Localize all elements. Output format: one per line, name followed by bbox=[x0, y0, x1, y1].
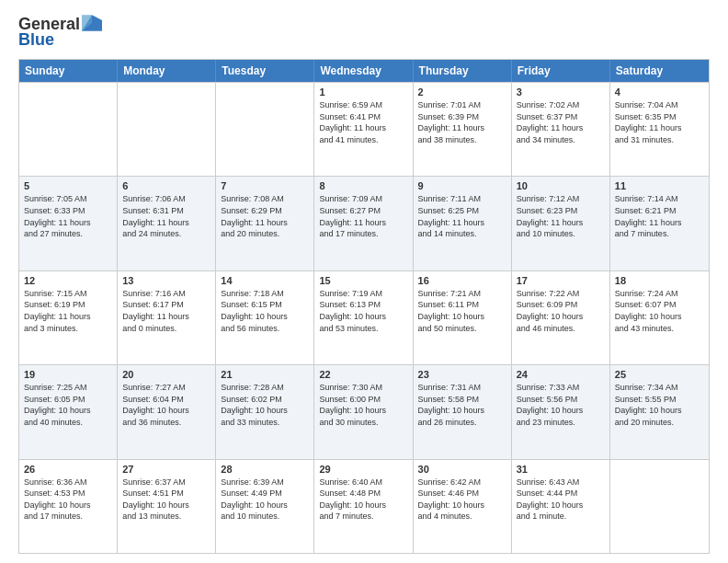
cell-info: Sunrise: 7:01 AM Sunset: 6:39 PM Dayligh… bbox=[418, 99, 506, 145]
cell-info: Sunrise: 7:34 AM Sunset: 5:55 PM Dayligh… bbox=[615, 382, 704, 428]
cal-cell-3-1: 20Sunrise: 7:27 AM Sunset: 6:04 PM Dayli… bbox=[118, 365, 216, 458]
cal-cell-3-6: 25Sunrise: 7:34 AM Sunset: 5:55 PM Dayli… bbox=[610, 365, 709, 458]
cal-cell-4-0: 26Sunrise: 6:36 AM Sunset: 4:53 PM Dayli… bbox=[19, 460, 118, 553]
cal-cell-2-5: 17Sunrise: 7:22 AM Sunset: 6:09 PM Dayli… bbox=[512, 271, 610, 364]
cal-cell-4-6 bbox=[610, 460, 709, 553]
cell-info: Sunrise: 7:31 AM Sunset: 5:58 PM Dayligh… bbox=[418, 382, 506, 428]
day-number: 23 bbox=[418, 369, 506, 380]
day-number: 24 bbox=[517, 369, 605, 380]
cell-info: Sunrise: 7:11 AM Sunset: 6:25 PM Dayligh… bbox=[418, 193, 506, 239]
cell-info: Sunrise: 7:22 AM Sunset: 6:09 PM Dayligh… bbox=[517, 288, 605, 334]
cell-info: Sunrise: 6:42 AM Sunset: 4:46 PM Dayligh… bbox=[418, 477, 506, 523]
day-number: 1 bbox=[319, 86, 407, 98]
cell-info: Sunrise: 7:04 AM Sunset: 6:35 PM Dayligh… bbox=[615, 99, 704, 145]
weekday-header-saturday: Saturday bbox=[610, 60, 709, 82]
cal-cell-4-1: 27Sunrise: 6:37 AM Sunset: 4:51 PM Dayli… bbox=[118, 460, 216, 553]
cal-cell-0-2 bbox=[216, 83, 314, 176]
cal-cell-1-1: 6Sunrise: 7:06 AM Sunset: 6:31 PM Daylig… bbox=[118, 177, 216, 270]
cell-info: Sunrise: 7:24 AM Sunset: 6:07 PM Dayligh… bbox=[615, 288, 704, 334]
day-number: 3 bbox=[517, 86, 605, 98]
day-number: 30 bbox=[418, 464, 506, 475]
day-number: 15 bbox=[319, 275, 407, 286]
cal-row-0: 1Sunrise: 6:59 AM Sunset: 6:41 PM Daylig… bbox=[19, 82, 709, 176]
cell-info: Sunrise: 7:27 AM Sunset: 6:04 PM Dayligh… bbox=[122, 382, 210, 428]
cal-cell-0-3: 1Sunrise: 6:59 AM Sunset: 6:41 PM Daylig… bbox=[314, 83, 413, 176]
weekday-header-sunday: Sunday bbox=[19, 60, 118, 82]
cell-info: Sunrise: 7:02 AM Sunset: 6:37 PM Dayligh… bbox=[517, 99, 605, 145]
cell-info: Sunrise: 6:39 AM Sunset: 4:49 PM Dayligh… bbox=[221, 477, 309, 523]
cell-info: Sunrise: 7:30 AM Sunset: 6:00 PM Dayligh… bbox=[319, 382, 407, 428]
cell-info: Sunrise: 6:37 AM Sunset: 4:51 PM Dayligh… bbox=[122, 477, 210, 523]
cell-info: Sunrise: 7:05 AM Sunset: 6:33 PM Dayligh… bbox=[24, 193, 112, 239]
day-number: 20 bbox=[122, 369, 210, 380]
cal-cell-3-4: 23Sunrise: 7:31 AM Sunset: 5:58 PM Dayli… bbox=[414, 365, 512, 458]
cal-cell-1-0: 5Sunrise: 7:05 AM Sunset: 6:33 PM Daylig… bbox=[19, 177, 118, 270]
cal-cell-3-0: 19Sunrise: 7:25 AM Sunset: 6:05 PM Dayli… bbox=[19, 365, 118, 458]
cell-info: Sunrise: 7:19 AM Sunset: 6:13 PM Dayligh… bbox=[319, 288, 407, 334]
day-number: 13 bbox=[122, 275, 210, 286]
cell-info: Sunrise: 6:43 AM Sunset: 4:44 PM Dayligh… bbox=[517, 477, 605, 523]
cal-row-4: 26Sunrise: 6:36 AM Sunset: 4:53 PM Dayli… bbox=[19, 459, 709, 553]
weekday-header-tuesday: Tuesday bbox=[216, 60, 314, 82]
cal-cell-4-4: 30Sunrise: 6:42 AM Sunset: 4:46 PM Dayli… bbox=[414, 460, 512, 553]
cal-cell-0-6: 4Sunrise: 7:04 AM Sunset: 6:35 PM Daylig… bbox=[610, 83, 709, 176]
cal-row-2: 12Sunrise: 7:15 AM Sunset: 6:19 PM Dayli… bbox=[19, 270, 709, 364]
cell-info: Sunrise: 7:08 AM Sunset: 6:29 PM Dayligh… bbox=[221, 193, 309, 239]
cell-info: Sunrise: 7:16 AM Sunset: 6:17 PM Dayligh… bbox=[122, 288, 210, 334]
cell-info: Sunrise: 7:06 AM Sunset: 6:31 PM Dayligh… bbox=[122, 193, 210, 239]
cell-info: Sunrise: 6:36 AM Sunset: 4:53 PM Dayligh… bbox=[24, 477, 112, 523]
cal-cell-0-4: 2Sunrise: 7:01 AM Sunset: 6:39 PM Daylig… bbox=[414, 83, 512, 176]
day-number: 18 bbox=[615, 275, 704, 286]
weekday-header-monday: Monday bbox=[118, 60, 216, 82]
calendar: SundayMondayTuesdayWednesdayThursdayFrid… bbox=[18, 59, 710, 554]
cal-cell-2-4: 16Sunrise: 7:21 AM Sunset: 6:11 PM Dayli… bbox=[414, 271, 512, 364]
day-number: 22 bbox=[319, 369, 407, 380]
day-number: 17 bbox=[517, 275, 605, 286]
day-number: 7 bbox=[221, 180, 309, 191]
day-number: 26 bbox=[24, 464, 112, 475]
page: General Blue SundayMondayTuesdayWednesda… bbox=[0, 0, 728, 563]
cal-cell-2-3: 15Sunrise: 7:19 AM Sunset: 6:13 PM Dayli… bbox=[314, 271, 413, 364]
cal-row-1: 5Sunrise: 7:05 AM Sunset: 6:33 PM Daylig… bbox=[19, 176, 709, 270]
cell-info: Sunrise: 7:14 AM Sunset: 6:21 PM Dayligh… bbox=[615, 193, 704, 239]
day-number: 31 bbox=[517, 464, 605, 475]
logo: General Blue bbox=[18, 15, 102, 50]
day-number: 25 bbox=[615, 369, 704, 380]
cal-row-3: 19Sunrise: 7:25 AM Sunset: 6:05 PM Dayli… bbox=[19, 364, 709, 458]
cell-info: Sunrise: 7:09 AM Sunset: 6:27 PM Dayligh… bbox=[319, 193, 407, 239]
day-number: 10 bbox=[517, 180, 605, 191]
day-number: 12 bbox=[24, 275, 112, 286]
cal-cell-4-5: 31Sunrise: 6:43 AM Sunset: 4:44 PM Dayli… bbox=[512, 460, 610, 553]
day-number: 19 bbox=[24, 369, 112, 380]
day-number: 27 bbox=[122, 464, 210, 475]
cell-info: Sunrise: 7:33 AM Sunset: 5:56 PM Dayligh… bbox=[517, 382, 605, 428]
cal-cell-4-2: 28Sunrise: 6:39 AM Sunset: 4:49 PM Dayli… bbox=[216, 460, 314, 553]
cell-info: Sunrise: 6:59 AM Sunset: 6:41 PM Dayligh… bbox=[319, 99, 407, 145]
cal-cell-1-3: 8Sunrise: 7:09 AM Sunset: 6:27 PM Daylig… bbox=[314, 177, 413, 270]
cell-info: Sunrise: 7:21 AM Sunset: 6:11 PM Dayligh… bbox=[418, 288, 506, 334]
calendar-body: 1Sunrise: 6:59 AM Sunset: 6:41 PM Daylig… bbox=[19, 82, 709, 553]
day-number: 11 bbox=[615, 180, 704, 191]
cal-cell-3-2: 21Sunrise: 7:28 AM Sunset: 6:02 PM Dayli… bbox=[216, 365, 314, 458]
cell-info: Sunrise: 6:40 AM Sunset: 4:48 PM Dayligh… bbox=[319, 477, 407, 523]
day-number: 6 bbox=[122, 180, 210, 191]
calendar-header: SundayMondayTuesdayWednesdayThursdayFrid… bbox=[19, 60, 709, 82]
cell-info: Sunrise: 7:15 AM Sunset: 6:19 PM Dayligh… bbox=[24, 288, 112, 334]
cal-cell-3-3: 22Sunrise: 7:30 AM Sunset: 6:00 PM Dayli… bbox=[314, 365, 413, 458]
day-number: 5 bbox=[24, 180, 112, 191]
day-number: 8 bbox=[319, 180, 407, 191]
day-number: 28 bbox=[221, 464, 309, 475]
cal-cell-2-1: 13Sunrise: 7:16 AM Sunset: 6:17 PM Dayli… bbox=[118, 271, 216, 364]
day-number: 9 bbox=[418, 180, 506, 191]
day-number: 16 bbox=[418, 275, 506, 286]
cal-cell-1-5: 10Sunrise: 7:12 AM Sunset: 6:23 PM Dayli… bbox=[512, 177, 610, 270]
cell-info: Sunrise: 7:28 AM Sunset: 6:02 PM Dayligh… bbox=[221, 382, 309, 428]
cal-cell-1-2: 7Sunrise: 7:08 AM Sunset: 6:29 PM Daylig… bbox=[216, 177, 314, 270]
cal-cell-2-0: 12Sunrise: 7:15 AM Sunset: 6:19 PM Dayli… bbox=[19, 271, 118, 364]
cell-info: Sunrise: 7:25 AM Sunset: 6:05 PM Dayligh… bbox=[24, 382, 112, 428]
day-number: 2 bbox=[418, 86, 506, 98]
cal-cell-0-5: 3Sunrise: 7:02 AM Sunset: 6:37 PM Daylig… bbox=[512, 83, 610, 176]
day-number: 14 bbox=[221, 275, 309, 286]
header: General Blue bbox=[18, 15, 710, 50]
weekday-header-thursday: Thursday bbox=[414, 60, 512, 82]
